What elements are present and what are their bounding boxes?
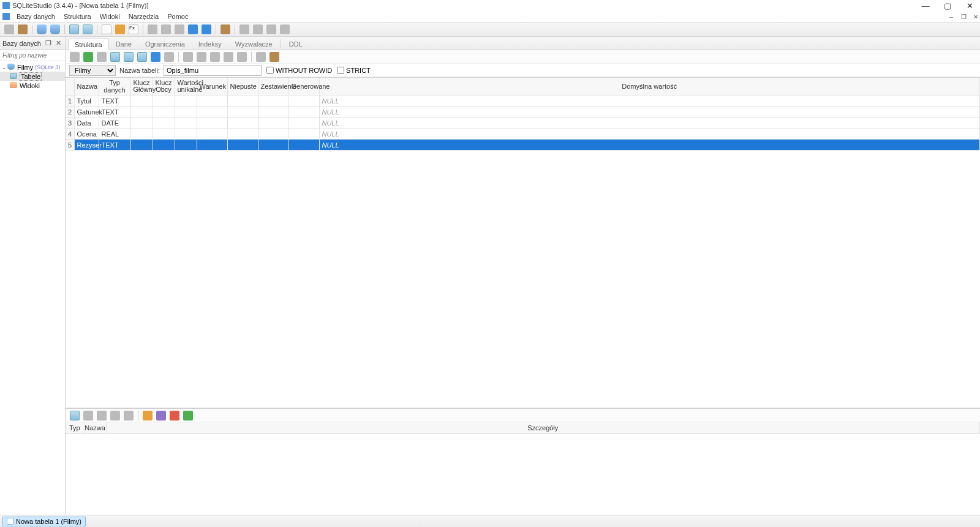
tool-b-icon[interactable] (236, 51, 247, 62)
cell-pk[interactable] (130, 129, 153, 140)
cell-fk[interactable] (153, 118, 175, 129)
commit-icon[interactable] (83, 51, 94, 62)
tab-ograniczenia[interactable]: Ograniczenia (138, 38, 192, 50)
constraint-up-icon[interactable] (110, 410, 121, 421)
edit-constraint-icon[interactable] (83, 410, 94, 421)
db-select[interactable]: Filmy (69, 65, 116, 76)
add-fk-icon[interactable] (156, 410, 167, 421)
cell-pk[interactable] (130, 118, 153, 129)
layout-2-icon[interactable] (252, 24, 263, 35)
edit-table-icon[interactable] (82, 24, 93, 35)
cell-notnull[interactable] (227, 95, 258, 107)
cell-notnull[interactable] (227, 140, 258, 151)
paste-icon[interactable] (223, 51, 234, 62)
table-row[interactable]: 2GatunekTEXTNULL (66, 107, 980, 118)
cell-fk[interactable] (153, 107, 175, 118)
mdi-restore-button[interactable]: ❐ (959, 12, 968, 21)
cell-type[interactable]: DATE (99, 118, 130, 129)
tool-a-icon[interactable] (174, 24, 185, 35)
refresh-icon[interactable] (69, 51, 80, 62)
layout-3-icon[interactable] (266, 24, 277, 35)
add-db-icon[interactable] (36, 24, 47, 35)
cut-icon[interactable] (209, 51, 221, 62)
cell-fk[interactable] (153, 140, 175, 151)
constraint-col-details[interactable]: Szczegóły (106, 422, 980, 433)
col-header-notnull[interactable]: Niepuste (227, 78, 258, 95)
layout-4-icon[interactable] (279, 24, 290, 35)
cell-default[interactable]: NULL (319, 118, 980, 129)
table-row[interactable]: 4OcenaREALNULL (66, 129, 980, 140)
mdi-minimize-button[interactable]: – (947, 12, 956, 21)
cell-pk[interactable] (130, 95, 153, 107)
cell-default[interactable]: NULL (319, 107, 980, 118)
cell-notnull[interactable] (227, 107, 258, 118)
cell-type[interactable]: TEXT (99, 140, 130, 151)
constraint-col-nazwa[interactable]: Nazwa (84, 422, 106, 433)
add-column-icon[interactable] (110, 51, 121, 62)
strict-checkbox[interactable] (337, 67, 344, 74)
menu-widoki[interactable]: Widoki (96, 13, 124, 20)
tab-dane[interactable]: Dane (109, 38, 138, 50)
cell-generated[interactable] (288, 140, 319, 151)
move-up-icon[interactable] (150, 51, 161, 62)
undo-icon[interactable] (269, 51, 280, 62)
delete-column-icon[interactable] (137, 51, 148, 62)
col-header-nazwa[interactable]: Nazwa (74, 78, 99, 95)
copy-icon[interactable] (196, 51, 207, 62)
cell-check[interactable] (197, 107, 227, 118)
cell-name[interactable]: Data (74, 118, 99, 129)
without-rowid-checkbox[interactable] (266, 67, 274, 74)
connect-icon[interactable] (4, 24, 15, 35)
cell-generated[interactable] (288, 118, 319, 129)
cell-name[interactable]: Ocena (74, 129, 99, 140)
cell-unique[interactable] (175, 95, 197, 107)
cell-generated[interactable] (288, 95, 319, 107)
move-down-icon[interactable] (164, 51, 175, 62)
tree-db-node[interactable]: ⌄ Filmy (SQLite 3) (0, 62, 65, 72)
table-name-input[interactable] (164, 65, 262, 76)
tab-ddl[interactable]: DDL (282, 38, 309, 50)
cell-name[interactable]: Rezyser (74, 140, 99, 151)
cell-collate[interactable] (258, 95, 288, 107)
cell-default[interactable]: NULL (319, 140, 980, 151)
cell-unique[interactable] (175, 140, 197, 151)
disconnect-icon[interactable] (17, 24, 28, 35)
edit-db-icon[interactable] (50, 24, 61, 35)
cell-generated[interactable] (288, 107, 319, 118)
cell-collate[interactable] (258, 118, 288, 129)
tab-indeksy[interactable]: Indeksy (192, 38, 228, 50)
print-icon[interactable] (255, 51, 266, 62)
cell-check[interactable] (197, 118, 227, 129)
cell-type[interactable]: TEXT (99, 107, 130, 118)
cell-generated[interactable] (288, 129, 319, 140)
col-header-pk[interactable]: KluczGłówny (130, 78, 153, 95)
cell-name[interactable]: Gatunek (74, 107, 99, 118)
add-unique-icon[interactable] (169, 410, 180, 421)
cell-notnull[interactable] (227, 118, 258, 129)
history-icon[interactable] (115, 24, 126, 35)
col-header-fk[interactable]: KluczObcy (153, 78, 175, 95)
collapse-icon[interactable] (201, 24, 212, 35)
open-sql-icon[interactable] (101, 24, 112, 35)
col-header-generated[interactable]: Generowane (288, 78, 319, 95)
table-row[interactable]: 3DataDATENULL (66, 118, 980, 129)
cell-default[interactable]: NULL (319, 95, 980, 107)
columns-grid[interactable]: Nazwa Typ danych KluczGłówny KluczObcy W… (66, 77, 980, 408)
delete-constraint-icon[interactable] (96, 410, 107, 421)
cell-default[interactable]: NULL (319, 129, 980, 140)
col-header-unique[interactable]: Wartościunikalne (175, 78, 197, 95)
sidebar-filter-input[interactable] (0, 50, 65, 61)
col-header-typ[interactable]: Typ danych (99, 78, 130, 95)
cell-collate[interactable] (258, 129, 288, 140)
cell-unique[interactable] (175, 107, 197, 118)
rollback-icon[interactable] (96, 51, 107, 62)
new-table-icon[interactable] (69, 24, 80, 35)
sidebar-close-button[interactable]: ✕ (54, 39, 62, 48)
cell-collate[interactable] (258, 107, 288, 118)
cell-name[interactable]: Tytuł (74, 95, 99, 107)
cell-pk[interactable] (130, 140, 153, 151)
mdi-tab[interactable]: Nowa tabela 1 (Filmy) (2, 517, 86, 526)
mdi-close-button[interactable]: ✕ (971, 12, 980, 21)
cell-pk[interactable] (130, 107, 153, 118)
cell-unique[interactable] (175, 129, 197, 140)
